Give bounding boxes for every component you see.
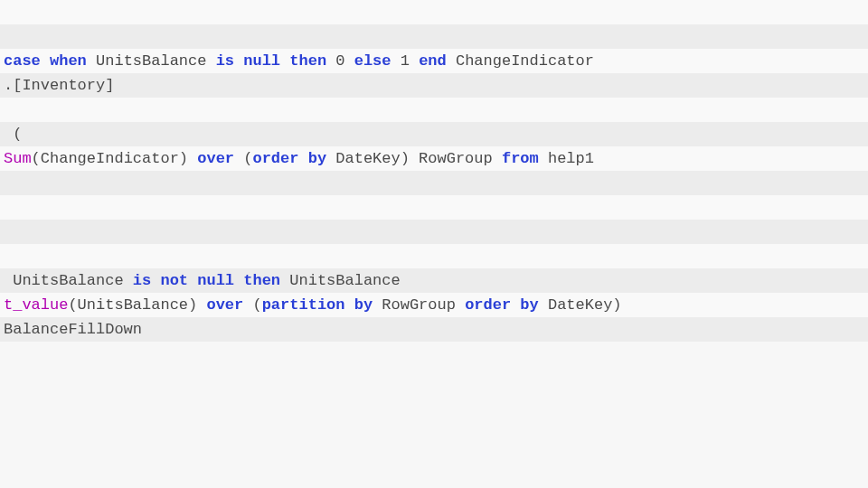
code-text: .[Inventory] bbox=[4, 77, 114, 94]
code-text bbox=[151, 272, 160, 289]
keyword: partition by bbox=[262, 296, 373, 314]
code-text: UnitsBalance bbox=[280, 272, 401, 289]
code-text bbox=[280, 52, 289, 70]
code-text: (UnitsBalance) bbox=[68, 296, 206, 314]
code-text: ChangeIndicator bbox=[447, 52, 594, 70]
code-text: help1 bbox=[539, 150, 594, 167]
code-text: UnitsBalance bbox=[4, 272, 133, 289]
code-text: UnitsBalance bbox=[87, 52, 216, 70]
code-text bbox=[234, 272, 243, 289]
code-line: Sum(ChangeIndicator) over (order by Date… bbox=[0, 146, 868, 171]
code-line: t_value(UnitsBalance) over (partition by… bbox=[0, 293, 868, 317]
keyword: then bbox=[289, 52, 326, 70]
function: Sum bbox=[4, 150, 32, 167]
code-text: DateKey) bbox=[539, 296, 622, 314]
code-line bbox=[0, 98, 868, 122]
function: t_value bbox=[4, 296, 68, 314]
keyword: else bbox=[354, 52, 392, 70]
keyword: then bbox=[243, 272, 280, 289]
keyword: order by bbox=[465, 296, 539, 314]
keyword: end bbox=[419, 52, 447, 70]
keyword: case when bbox=[4, 52, 87, 70]
code-line: UnitsBalance is not null then UnitsBalan… bbox=[0, 268, 868, 293]
code-text: (ChangeIndicator) bbox=[32, 150, 198, 167]
code-line bbox=[0, 171, 868, 195]
code-line bbox=[0, 0, 868, 24]
code-text: 0 bbox=[326, 52, 354, 70]
code-text: ( bbox=[243, 296, 261, 314]
code-text: DateKey) RowGroup bbox=[326, 150, 502, 167]
keyword: over bbox=[197, 150, 234, 167]
code-line: case when UnitsBalance is null then 0 el… bbox=[0, 49, 868, 73]
code-text: ( bbox=[4, 126, 22, 143]
code-line bbox=[0, 220, 868, 244]
code-text: 1 bbox=[392, 52, 420, 70]
keyword: over bbox=[206, 296, 243, 314]
keyword: order by bbox=[252, 150, 326, 167]
code-line: ( bbox=[0, 122, 868, 146]
code-line: .[Inventory] bbox=[0, 73, 868, 98]
code-text: ( bbox=[234, 150, 252, 167]
code-editor[interactable]: case when UnitsBalance is null then 0 el… bbox=[0, 0, 868, 488]
keyword: not null bbox=[160, 272, 234, 289]
keyword: from bbox=[502, 150, 539, 167]
code-line: BalanceFillDown bbox=[0, 317, 868, 342]
code-line bbox=[0, 195, 868, 220]
keyword: is bbox=[133, 272, 151, 289]
code-line bbox=[0, 24, 868, 49]
code-text: RowGroup bbox=[373, 296, 465, 314]
code-text: BalanceFillDown bbox=[4, 321, 142, 338]
keyword: is null bbox=[216, 52, 280, 70]
code-line bbox=[0, 244, 868, 268]
